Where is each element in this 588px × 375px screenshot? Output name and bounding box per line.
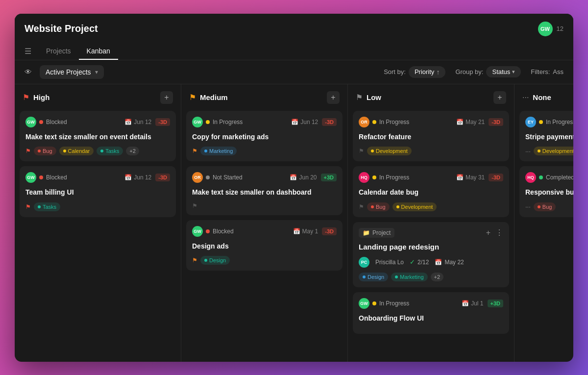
card-badge: -3D [322, 118, 337, 126]
column-title-low: Low [367, 93, 381, 101]
avatar: GW [538, 22, 553, 36]
card-team-billing-ui[interactable]: GW Blocked 📅 Jun 12 -3D Team billi [20, 166, 176, 217]
flag-icon: ⚑ [192, 257, 197, 264]
tag-development: Development [534, 147, 573, 155]
column-title-medium: Medium [200, 93, 228, 101]
card-refactor-feature[interactable]: OR In Progress 📅 May 21 -3D Refact [353, 111, 509, 162]
avatar: GW [359, 298, 369, 309]
toolbar: 👁 Active Projects ▾ Sort by: Priority ↑ … [15, 60, 573, 84]
calendar-icon: 📅 [293, 228, 300, 235]
sort-value[interactable]: Priority ↑ [409, 66, 445, 78]
tag-marketing: Marketing [200, 147, 237, 155]
avatar: HQ [525, 172, 536, 183]
card-title: Stripe payment [525, 132, 573, 142]
card-tags: ⚑ Design [192, 256, 337, 265]
group-value[interactable]: Status ▾ [486, 66, 521, 77]
chevron-down-icon: ▾ [95, 69, 98, 75]
card-onboarding-flow[interactable]: GW In Progress 📅 Jul 1 +3D Onboard [353, 292, 509, 334]
status-dot [539, 175, 543, 179]
card-tags: ··· Bug [525, 202, 573, 211]
app-window: Website Project GW 12 ☰ Projects Kanban … [15, 14, 573, 362]
column-medium: ⚑ Medium + GW In Progress [181, 84, 348, 362]
card-title: Onboarding Flow UI [359, 314, 503, 324]
card-badge: -3D [155, 174, 170, 181]
column-cards-high: GW Blocked 📅 Jun 12 -3D Make text [15, 111, 181, 362]
card-status: In Progress [379, 119, 409, 125]
tag-bug: Bug [34, 147, 56, 155]
card-stripe-payment[interactable]: EY In Progress Stripe payment ··· Develo… [519, 111, 573, 162]
kanban-board: ⚑ High + GW Blocked [15, 84, 573, 362]
card-badge: -3D [489, 118, 503, 126]
column-header-high: ⚑ High + [15, 84, 181, 111]
tag-development: Development [392, 202, 437, 211]
card-date: 📅 Jun 20 [290, 174, 317, 181]
eye-icon: 👁 [24, 68, 32, 76]
view-selector[interactable]: Active Projects ▾ [40, 65, 104, 79]
group-control: Group by: Status ▾ [455, 66, 521, 77]
card-tags: ⚑ Development [359, 147, 503, 155]
card-make-text-size-dashboard[interactable]: OR Not Started 📅 Jun 20 +3D Make t [186, 166, 343, 215]
card-title: Calendar date bug [359, 188, 503, 198]
card-status: In Progress [213, 119, 243, 125]
sort-label: Sort by: [384, 68, 406, 75]
column-cards-low: OR In Progress 📅 May 21 -3D Refact [348, 111, 514, 362]
avatar: EY [525, 117, 536, 127]
nav-tabs: ☰ Projects Kanban [24, 43, 564, 60]
filter-value: Ass [553, 68, 564, 75]
status-dot [372, 301, 376, 305]
card-status: Blocked [46, 119, 67, 125]
tag-tasks: Tasks [34, 202, 60, 211]
card-make-text-size-event[interactable]: GW Blocked 📅 Jun 12 -3D Make text [20, 111, 176, 162]
card-date: 📅 Jun 12 [124, 174, 151, 181]
add-card-button-medium[interactable]: + [327, 91, 340, 104]
flag-orange-icon: ⚑ [189, 93, 196, 102]
tag-bug: Bug [534, 202, 556, 211]
tab-kanban[interactable]: Kanban [79, 43, 118, 60]
card-design-ads[interactable]: GW Blocked 📅 May 1 -3D Design ads [186, 220, 343, 271]
column-title-high: High [33, 93, 49, 101]
card-tags: ⚑ Tasks [25, 202, 170, 211]
calendar-icon: 📅 [290, 174, 297, 181]
card-status: In Progress [546, 119, 573, 125]
status-dot [372, 120, 376, 124]
toolbar-controls: Sort by: Priority ↑ Group by: Status ▾ F… [384, 66, 564, 78]
card-status: In Progress [379, 300, 409, 307]
column-cards-none: EY In Progress Stripe payment ··· Develo… [514, 111, 573, 362]
card-status: Not Started [213, 174, 243, 181]
app-title: Website Project [24, 23, 98, 34]
avatar: OR [192, 172, 203, 183]
sort-control: Sort by: Priority ↑ [384, 66, 445, 78]
card-responsive-bu[interactable]: HQ Completed Responsive bu ··· Bug [519, 166, 573, 217]
flag-gray-icon: ⚑ [356, 93, 363, 102]
dots-icon: ··· [525, 203, 531, 210]
project-meta: PC Priscilla Lo ✓ 2/12 📅 May 22 [359, 257, 503, 268]
add-card-button-low[interactable]: + [493, 91, 506, 104]
column-none: ··· None + EY In Progress Stripe paymen [514, 84, 573, 362]
filter-control: Filters: Ass [531, 68, 564, 75]
dots-icon: ··· [522, 93, 529, 102]
tab-projects[interactable]: Projects [38, 43, 79, 60]
add-card-button-high[interactable]: + [160, 91, 173, 104]
calendar-icon: 📅 [435, 259, 442, 266]
card-calendar-date-bug[interactable]: HQ In Progress 📅 May 31 -3D Calend [353, 166, 509, 217]
more-options-icon[interactable]: ⋮ [495, 228, 503, 237]
tag-design: Design [200, 256, 230, 265]
card-copy-marketing-ads[interactable]: GW In Progress 📅 Jun 12 -3D Copy f [186, 111, 343, 162]
app-header: Website Project GW 12 ☰ Projects Kanban [15, 14, 573, 60]
column-header-medium: ⚑ Medium + [181, 84, 347, 111]
avatar: OR [359, 117, 369, 127]
project-badge: 📁 Project [359, 228, 394, 238]
status-dot [206, 229, 210, 233]
check-icon: ✓ [410, 258, 415, 266]
calendar-icon: 📅 [456, 119, 464, 125]
card-tags: ⚑ Bug Development [359, 202, 503, 211]
card-date: 📅 May 21 [456, 119, 485, 125]
card-title: Refactor feature [359, 132, 503, 142]
tag-design: Design [359, 273, 388, 281]
avatar: HQ [359, 172, 369, 183]
card-badge: +3D [488, 300, 504, 307]
card-title: Responsive bu [525, 188, 573, 198]
menu-icon[interactable]: ☰ [24, 47, 31, 56]
project-card-landing-page[interactable]: 📁 Project + ⋮ Landing page redesign PC P… [353, 222, 509, 287]
add-project-button[interactable]: + [486, 228, 490, 237]
